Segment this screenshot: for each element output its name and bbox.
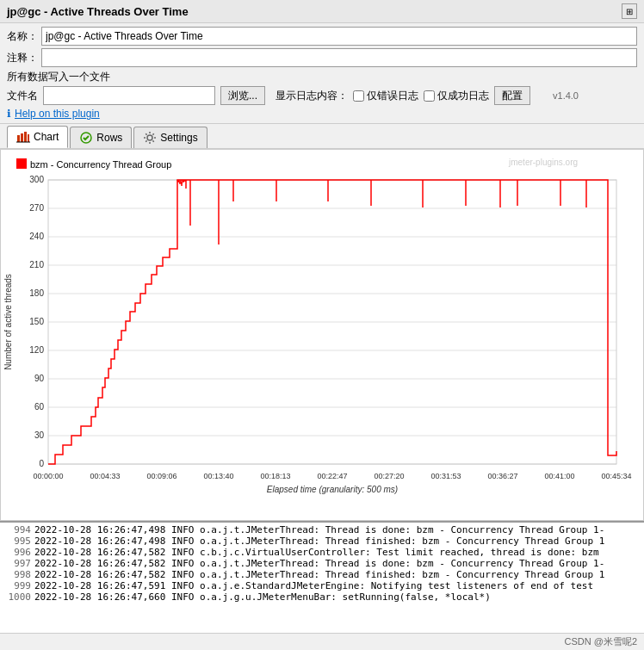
log-line: 9962022-10-28 16:26:47,582 INFO c.b.j.c.… bbox=[3, 547, 641, 558]
help-link[interactable]: Help on this plugin bbox=[15, 108, 100, 120]
log-line-text: 2022-10-28 16:26:47,660 INFO o.a.j.g.u.J… bbox=[34, 591, 491, 603]
svg-text:210: 210 bbox=[29, 260, 44, 269]
log-line: 10002022-10-28 16:26:47,660 INFO o.a.j.g… bbox=[3, 591, 641, 603]
error-log-checkbox[interactable] bbox=[353, 90, 364, 102]
y-axis: 300 270 240 210 180 150 120 90 60 30 bbox=[29, 175, 616, 468]
legend-label: bzm - Concurrency Thread Group bbox=[30, 159, 171, 170]
svg-text:00:09:06: 00:09:06 bbox=[146, 472, 176, 480]
log-line: 9982022-10-28 16:26:47,582 INFO o.a.j.t.… bbox=[3, 569, 641, 580]
title-bar: jp@gc - Active Threads Over Time ⊞ bbox=[0, 0, 644, 23]
svg-text:00:18:13: 00:18:13 bbox=[260, 472, 290, 480]
form-area: 名称： 注释： 所有数据写入一个文件 文件名 浏览... 显示日志内容： 仅错误… bbox=[0, 23, 644, 124]
x-axis-label: Elapsed time (granularity: 500 ms) bbox=[267, 485, 398, 494]
log-line: 9952022-10-28 16:26:47,498 INFO o.a.j.t.… bbox=[3, 535, 641, 547]
svg-text:00:13:40: 00:13:40 bbox=[203, 472, 233, 480]
svg-text:180: 180 bbox=[29, 288, 44, 298]
file-input[interactable] bbox=[43, 86, 215, 105]
log-line: 9972022-10-28 16:26:47,582 INFO o.a.j.t.… bbox=[3, 558, 641, 569]
log-line-number: 997 bbox=[3, 558, 31, 569]
info-icon: ℹ bbox=[7, 108, 11, 120]
svg-text:150: 150 bbox=[29, 317, 44, 326]
log-line-number: 996 bbox=[3, 547, 31, 558]
window-title: jp@gc - Active Threads Over Time bbox=[7, 5, 189, 18]
svg-text:00:04:33: 00:04:33 bbox=[90, 472, 120, 480]
tabs-bar: Chart Rows Settings bbox=[0, 124, 644, 149]
version-label: v1.4.0 bbox=[553, 90, 579, 101]
svg-text:60: 60 bbox=[34, 402, 45, 412]
log-line-text: 2022-10-28 16:26:47,498 INFO o.a.j.t.JMe… bbox=[34, 524, 604, 535]
svg-text:300: 300 bbox=[29, 175, 44, 184]
svg-text:00:00:00: 00:00:00 bbox=[33, 472, 63, 480]
log-line-number: 995 bbox=[3, 535, 31, 547]
legend-color bbox=[16, 158, 27, 169]
svg-rect-1 bbox=[21, 133, 23, 142]
svg-text:00:36:27: 00:36:27 bbox=[487, 472, 517, 480]
svg-text:30: 30 bbox=[34, 430, 45, 440]
svg-rect-3 bbox=[28, 134, 29, 142]
tab-rows[interactable]: Rows bbox=[70, 127, 132, 148]
svg-text:120: 120 bbox=[29, 345, 44, 355]
log-line-text: 2022-10-28 16:26:47,582 INFO o.a.j.t.JMe… bbox=[34, 558, 604, 569]
name-input[interactable] bbox=[41, 27, 637, 46]
comment-label: 注释： bbox=[7, 51, 38, 65]
bottom-bar: CSDN @米雪呢2 bbox=[0, 633, 644, 650]
log-line: 9992022-10-28 16:26:47,591 INFO o.a.j.e.… bbox=[3, 580, 641, 591]
svg-text:270: 270 bbox=[29, 203, 44, 213]
tab-rows-label: Rows bbox=[96, 132, 122, 144]
tab-settings-label: Settings bbox=[160, 132, 197, 144]
name-label: 名称： bbox=[7, 29, 38, 44]
svg-text:00:31:53: 00:31:53 bbox=[430, 472, 461, 480]
error-log-label: 仅错误日志 bbox=[367, 89, 418, 103]
success-log-group: 仅成功日志 bbox=[424, 89, 489, 103]
expand-icon[interactable]: ⊞ bbox=[622, 3, 637, 19]
log-line-text: 2022-10-28 16:26:47,498 INFO o.a.j.t.JMe… bbox=[34, 535, 604, 547]
success-log-checkbox[interactable] bbox=[424, 90, 435, 102]
file-label: 文件名 bbox=[7, 89, 38, 103]
tab-settings[interactable]: Settings bbox=[133, 127, 207, 148]
svg-text:90: 90 bbox=[34, 374, 45, 383]
svg-text:240: 240 bbox=[29, 232, 44, 241]
success-log-label: 仅成功日志 bbox=[437, 89, 489, 103]
svg-text:00:22:47: 00:22:47 bbox=[317, 472, 347, 480]
log-content[interactable]: 9942022-10-28 16:26:47,498 INFO o.a.j.t.… bbox=[0, 523, 644, 633]
browse-button[interactable]: 浏览... bbox=[220, 86, 265, 105]
chart-svg: jmeter-plugins.org bzm - Concurrency Thr… bbox=[1, 150, 643, 520]
error-log-group: 仅错误日志 bbox=[353, 89, 418, 103]
spike-1 bbox=[177, 180, 186, 186]
svg-text:00:45:34: 00:45:34 bbox=[601, 472, 631, 480]
svg-text:0: 0 bbox=[39, 459, 44, 468]
svg-text:00:41:00: 00:41:00 bbox=[544, 472, 574, 480]
log-line-text: 2022-10-28 16:26:47,582 INFO o.a.j.t.JMe… bbox=[34, 569, 604, 580]
log-line-text: 2022-10-28 16:26:47,591 INFO o.a.j.e.Sta… bbox=[34, 580, 593, 591]
chart-watermark: jmeter-plugins.org bbox=[508, 158, 578, 167]
log-line-text: 2022-10-28 16:26:47,582 INFO c.b.j.c.Vir… bbox=[34, 547, 599, 558]
log-line: 9942022-10-28 16:26:47,498 INFO o.a.j.t.… bbox=[3, 524, 641, 535]
x-axis: 00:00:00 00:04:33 00:09:06 00:13:40 00:1… bbox=[33, 472, 631, 480]
y-axis-label: Number of active threads bbox=[3, 274, 13, 370]
log-area: 9942022-10-28 16:26:47,498 INFO o.a.j.t.… bbox=[0, 521, 644, 633]
svg-rect-2 bbox=[24, 132, 27, 142]
chart-icon bbox=[16, 130, 30, 144]
tab-chart-label: Chart bbox=[34, 131, 59, 143]
tab-chart[interactable]: Chart bbox=[7, 126, 68, 148]
svg-rect-0 bbox=[17, 135, 20, 142]
rows-icon bbox=[79, 131, 93, 145]
log-line-number: 994 bbox=[3, 524, 31, 535]
log-label: 显示日志内容： bbox=[276, 89, 348, 103]
log-line-number: 1000 bbox=[3, 591, 31, 603]
section-title: 所有数据写入一个文件 bbox=[7, 70, 637, 84]
svg-text:00:27:20: 00:27:20 bbox=[374, 472, 404, 480]
config-button[interactable]: 配置 bbox=[494, 86, 530, 105]
help-row: ℹ Help on this plugin bbox=[7, 108, 637, 120]
chart-area: jmeter-plugins.org bzm - Concurrency Thr… bbox=[0, 149, 644, 521]
settings-icon bbox=[143, 131, 157, 145]
log-line-number: 998 bbox=[3, 569, 31, 580]
comment-input[interactable] bbox=[41, 48, 637, 67]
svg-point-6 bbox=[147, 135, 152, 140]
bottom-watermark: CSDN @米雪呢2 bbox=[564, 635, 637, 648]
log-line-number: 999 bbox=[3, 580, 31, 591]
